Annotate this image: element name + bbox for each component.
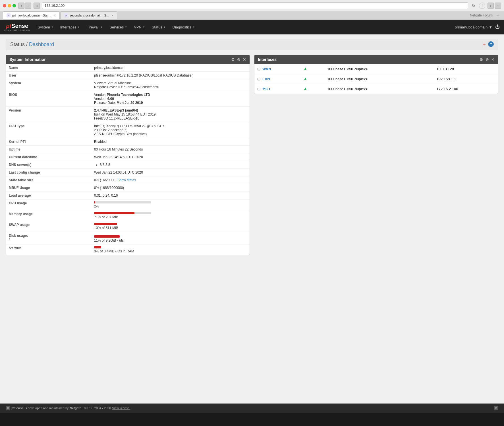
firewall-caret-icon: ▼ <box>100 26 103 28</box>
table-row: Load average 0.31, 0.24, 0.16 <box>6 192 250 199</box>
wan-link[interactable]: WAN <box>262 67 271 71</box>
nav-interfaces[interactable]: Interfaces ▼ <box>57 20 83 34</box>
iface-icon-lan: ⊞ <box>257 77 261 81</box>
refresh-button[interactable]: ↻ <box>470 3 477 9</box>
info-button[interactable]: i <box>479 3 485 9</box>
table-row: ⊞ MGT ▲ 1000baseT <full-duplex> 172.16.2… <box>254 84 498 94</box>
interfaces-close-icon[interactable]: ✕ <box>491 57 495 62</box>
nav-power-icon[interactable]: ⏻ <box>495 24 500 30</box>
table-row: Name primary.localdomain <box>6 64 250 72</box>
table-row: MBUF Usage 0% (1688/1000000) <box>6 184 250 192</box>
nav-status[interactable]: Status ▼ <box>148 20 169 34</box>
new-tab-plus-button[interactable]: + <box>495 12 501 18</box>
interfaces-settings-icon[interactable]: ⚙ <box>480 57 483 62</box>
system-info-minimize-icon[interactable]: ⊖ <box>237 57 240 62</box>
tab-close-primary[interactable]: ✕ <box>54 14 56 17</box>
value-memory-usage: 71% of 207 MiB <box>91 210 250 221</box>
add-widget-button[interactable]: + <box>482 41 486 48</box>
iface-mgt-name: ⊞ MGT <box>254 84 300 94</box>
tab-favicon-primary: pf <box>7 13 11 17</box>
traffic-lights <box>3 4 16 7</box>
forward-button[interactable]: › <box>25 3 31 9</box>
label-memory-usage: Memory usage <box>6 210 91 221</box>
table-row: /var/run 3% of 3.4MiB - ufs in RAM <box>6 244 250 255</box>
table-row: DNS server(s) 8.8.8.8 <box>6 161 250 169</box>
minimize-window-button[interactable] <box>8 4 11 7</box>
cpu-usage-text: 2% <box>94 204 247 208</box>
tab-secondary[interactable]: pf secondary.localdomain - Status: Dashb… <box>60 11 117 19</box>
maximize-window-button[interactable] <box>13 4 16 7</box>
table-row: CPU Type Intel(R) Xeon(R) CPU E5-1650 v2… <box>6 122 250 138</box>
new-tab-button[interactable]: + <box>495 3 501 9</box>
footer-right-icon: ⊞ <box>494 406 498 410</box>
logo-pf: pf <box>6 23 11 29</box>
system-info-settings-icon[interactable]: ⚙ <box>231 57 235 62</box>
disk-root-progress-bar <box>94 235 120 238</box>
swap-usage-text: 10% of 511 MiB <box>94 226 247 230</box>
table-row: Disk usage:/ 11% of 9.2GiB - ufs <box>6 232 250 244</box>
nav-diagnostics[interactable]: Diagnostics ▼ <box>169 20 198 34</box>
system-info-table: Name primary.localdomain User pfsense-ad… <box>6 64 250 255</box>
hostname-caret-icon: ▼ <box>489 25 492 29</box>
label-kernel-pti: Kernel PTI <box>6 138 91 146</box>
browser-chrome: ‹ › □ 172.16.2.100 ↻ i ⇧ + pf primary.lo… <box>0 0 504 20</box>
value-datetime: Wed Jan 22 14:14:50 UTC 2020 <box>91 153 250 161</box>
browser-tabs: pf primary.localdomain - Status: Dashboa… <box>0 11 504 19</box>
back-button[interactable]: ‹ <box>18 3 24 9</box>
share-button[interactable]: ⇧ <box>488 3 494 9</box>
system-info-controls: ⚙ ⊖ ✕ <box>231 57 246 62</box>
close-window-button[interactable] <box>3 4 6 7</box>
show-states-link[interactable]: Show states <box>117 178 136 182</box>
services-caret-icon: ▼ <box>125 26 127 28</box>
nav-services[interactable]: Services ▼ <box>106 20 130 34</box>
system-info-close-icon[interactable]: ✕ <box>243 57 246 62</box>
help-button[interactable]: ? <box>488 41 494 47</box>
value-disk-varrun: 3% of 3.4MiB - ufs in RAM <box>91 244 250 255</box>
table-row: Version 2.4.4-RELEASE-p3 (amd64)built on… <box>6 107 250 122</box>
table-row: ⊞ LAN ▲ 1000baseT <full-duplex> 192.168.… <box>254 74 498 84</box>
value-load-avg: 0.31, 0.24, 0.16 <box>91 192 250 199</box>
iface-icon-wan: ⊞ <box>257 67 261 71</box>
value-bios: Vendor: Phoenix Technologies LTDVersion:… <box>91 91 250 107</box>
breadcrumb-parent[interactable]: Status <box>10 42 25 47</box>
netgate-forum-link[interactable]: Netgate Forum <box>468 12 495 18</box>
breadcrumb-separator: / <box>26 42 29 47</box>
disk-root-progress-container <box>94 235 120 238</box>
logo-sense: Sense <box>11 23 28 29</box>
tab-primary[interactable]: pf primary.localdomain - Status: Dashboa… <box>3 11 60 19</box>
logo-edition: COMMUNITY EDITION <box>4 29 30 31</box>
tab-overview-button[interactable]: □ <box>34 3 40 9</box>
pfsense-logo[interactable]: pfSense COMMUNITY EDITION <box>0 23 34 31</box>
nav-vpn[interactable]: VPN ▼ <box>130 20 148 34</box>
nav-right: primary.localdomain ▼ ⏻ <box>451 24 504 30</box>
table-row: CPU usage 2% <box>6 199 250 210</box>
browser-right-buttons: ⇧ + <box>488 3 501 9</box>
label-disk-usage: Disk usage:/ <box>6 232 91 244</box>
url-bar[interactable]: 172.16.2.100 <box>42 2 468 9</box>
mgt-link[interactable]: MGT <box>262 87 271 91</box>
interfaces-title: Interfaces <box>258 57 277 62</box>
nav-firewall[interactable]: Firewall ▼ <box>83 20 106 34</box>
breadcrumb-current[interactable]: Dashboard <box>29 42 54 47</box>
iface-icon-mgt: ⊞ <box>257 87 261 91</box>
interfaces-panel-header: Interfaces ⚙ ⊖ ✕ <box>254 55 498 64</box>
iface-lan-name: ⊞ LAN <box>254 74 300 84</box>
value-kernel-pti: Enabled <box>91 138 250 146</box>
footer-text-developed: is developed and maintained by <box>25 406 69 410</box>
system-info-title: System Information <box>9 57 47 62</box>
value-cpu-type: Intel(R) Xeon(R) CPU E5-1650 v2 @ 3.50GH… <box>91 122 250 138</box>
nav-system[interactable]: System ▼ <box>34 20 57 34</box>
footer-license-link[interactable]: View license. <box>112 406 130 410</box>
tab-favicon-secondary: pf <box>64 13 68 17</box>
wan-up-icon: ▲ <box>303 66 308 71</box>
system-info-panel-header: System Information ⚙ ⊖ ✕ <box>6 55 250 64</box>
tab-close-secondary[interactable]: ✕ <box>111 14 113 17</box>
label-last-config: Last config change <box>6 169 91 176</box>
iface-mgt-speed: 1000baseT <full-duplex> <box>324 84 434 94</box>
tab-label-primary: primary.localdomain - Status: Dashboard <box>12 14 52 17</box>
interfaces-minimize-icon[interactable]: ⊖ <box>486 57 489 62</box>
breadcrumb-bar: Status / Dashboard + ? <box>6 39 498 50</box>
nav-hostname[interactable]: primary.localdomain ▼ <box>455 25 492 29</box>
lan-link[interactable]: LAN <box>262 77 270 81</box>
tab-label-secondary: secondary.localdomain - Status: Dashboar… <box>70 14 109 17</box>
